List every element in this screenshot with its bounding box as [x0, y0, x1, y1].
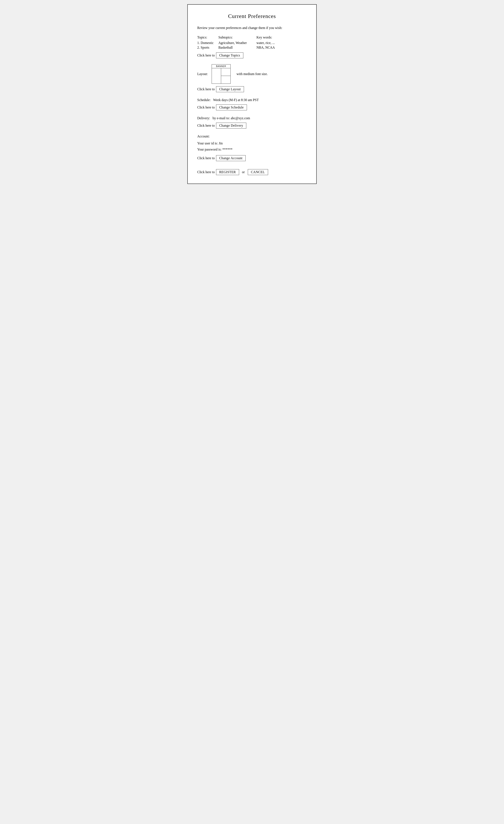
change-topics-click-text: Click here to: [197, 54, 215, 57]
col-header-subtopics: Subtopics:: [218, 35, 257, 40]
col-header-topics: Topics:: [197, 35, 218, 40]
delivery-value: by e-mail to: abc@xyz.com: [212, 116, 250, 120]
layout-diagram: BANNER: [212, 64, 231, 84]
layout-right-pane: [221, 68, 230, 84]
col-header-keywords: Key words:: [257, 35, 307, 40]
user-id-line: Your user id is: Jin: [197, 140, 307, 146]
subtopics-cell: Basketball: [218, 45, 257, 50]
schedule-value: Week days (M-F) at 8:30 am PST: [213, 98, 259, 102]
page-title: Current Preferences: [197, 13, 307, 19]
layout-left-pane: [212, 68, 221, 84]
layout-right-top: [221, 68, 230, 76]
account-section-label: Account:: [197, 134, 307, 138]
subtopics-cell: Agriculture, Weather: [218, 40, 257, 45]
bottom-row: Click here to REGISTER or CANCEL: [197, 167, 307, 175]
layout-body: [212, 68, 230, 84]
keywords-cell: NBA, NCAA: [257, 45, 307, 50]
delivery-label: Delivery:: [197, 116, 210, 120]
account-info: Your user id is: Jin Your password is: *…: [197, 140, 307, 153]
topics-table: Topics: Subtopics: Key words: 1. Domesti…: [197, 35, 307, 50]
change-delivery-row: Click here to Change Delivery: [197, 123, 307, 128]
page-container: Current Preferences Review your current …: [187, 4, 317, 184]
layout-banner-label: BANNER: [212, 65, 230, 68]
delivery-section: Delivery: by e-mail to: abc@xyz.com Clic…: [197, 116, 307, 128]
cancel-button[interactable]: CANCEL: [248, 169, 268, 175]
account-section: Account: Your user id is: Jin Your passw…: [197, 134, 307, 161]
change-schedule-button[interactable]: Change Schedule: [216, 104, 247, 110]
change-topics-row: Click here to Change Topics: [197, 53, 307, 59]
change-account-click-text: Click here to: [197, 156, 215, 160]
change-layout-button[interactable]: Change Layout: [216, 86, 244, 92]
change-layout-row: Click here to Change Layout: [197, 86, 307, 92]
topic-num-cell: 2. Sports: [197, 45, 218, 50]
change-account-row: Click here to Change Account: [197, 155, 307, 161]
change-topics-button[interactable]: Change Topics: [216, 53, 243, 59]
layout-label: Layout:: [197, 72, 208, 76]
change-account-button[interactable]: Change Account: [216, 155, 246, 161]
table-row: 1. Domestic Agriculture, Weather water, …: [197, 40, 307, 45]
layout-row: Layout: BANNER with medium font size.: [197, 64, 307, 84]
layout-right-bottom: [221, 76, 230, 84]
change-delivery-button[interactable]: Change Delivery: [216, 123, 246, 128]
layout-font-text: with medium font size.: [236, 72, 268, 76]
or-text: or: [242, 170, 245, 174]
schedule-label: Schedule:: [197, 98, 211, 102]
change-layout-click-text: Click here to: [197, 87, 215, 91]
topics-section: Topics: Subtopics: Key words: 1. Domesti…: [197, 35, 307, 59]
schedule-row: Schedule: Week days (M-F) at 8:30 am PST: [197, 98, 307, 102]
intro-text: Review your current preferences and chan…: [197, 25, 307, 30]
schedule-section: Schedule: Week days (M-F) at 8:30 am PST…: [197, 98, 307, 110]
layout-section: Layout: BANNER with medium font size. Cl…: [197, 64, 307, 92]
bottom-click-text: Click here to: [197, 170, 215, 174]
topic-num-cell: 1. Domestic: [197, 40, 218, 45]
delivery-row: Delivery: by e-mail to: abc@xyz.com: [197, 116, 307, 120]
password-line: Your password is: ******: [197, 146, 307, 153]
table-row: 2. Sports Basketball NBA, NCAA: [197, 45, 307, 50]
keywords-cell: water, rice, ...: [257, 40, 307, 45]
change-schedule-click-text: Click here to: [197, 106, 215, 109]
change-delivery-click-text: Click here to: [197, 124, 215, 127]
register-button[interactable]: REGISTER: [216, 169, 239, 175]
change-schedule-row: Click here to Change Schedule: [197, 104, 307, 110]
